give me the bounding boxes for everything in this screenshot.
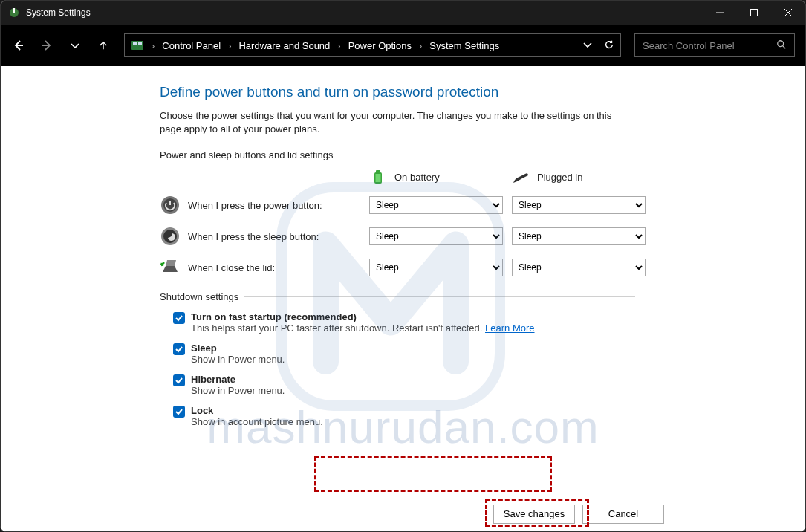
chevron-right-icon: › — [419, 40, 422, 51]
checkbox-sub: Show in Power menu. — [191, 354, 285, 365]
minimize-button[interactable] — [703, 1, 737, 25]
breadcrumb-item[interactable]: System Settings — [429, 40, 499, 51]
row-label-text: When I close the lid: — [188, 262, 275, 273]
checkbox-checked-icon — [173, 312, 185, 324]
sleep-button-battery-select[interactable]: Sleep — [369, 227, 503, 245]
sleep-button-icon — [160, 226, 181, 247]
fast-startup-checkbox[interactable]: Turn on fast startup (recommended) This … — [170, 310, 635, 335]
refresh-icon[interactable] — [604, 39, 614, 52]
annotation-highlight — [314, 456, 552, 492]
laptop-lid-icon — [160, 257, 181, 278]
svg-rect-16 — [376, 174, 381, 182]
svg-rect-10 — [138, 42, 142, 45]
up-button[interactable] — [96, 38, 111, 53]
address-bar[interactable]: › Control Panel › Hardware and Sound › P… — [124, 33, 621, 57]
footer: Save changes Cancel — [1, 496, 805, 531]
hibernate-checkbox[interactable]: Hibernate Show in Power menu. — [170, 372, 635, 398]
titlebar: System Settings — [1, 1, 805, 25]
navbar: › Control Panel › Hardware and Sound › P… — [1, 25, 805, 66]
save-button[interactable]: Save changes — [493, 505, 575, 524]
power-button-battery-select[interactable]: Sleep — [369, 196, 503, 214]
column-label: On battery — [394, 172, 440, 183]
chevron-right-icon: › — [337, 40, 340, 51]
lid-battery-select[interactable]: Sleep — [369, 259, 503, 276]
checkbox-checked-icon — [173, 343, 185, 355]
checkbox-sub: This helps start your PC faster after sh… — [191, 322, 485, 334]
breadcrumb-item[interactable]: Hardware and Sound — [238, 40, 330, 51]
row-label-text: When I press the sleep button: — [188, 231, 319, 242]
window: System Settings › Control Panel › Hardwa… — [0, 0, 806, 532]
checkbox-label: Turn on fast startup (recommended) — [191, 311, 535, 322]
recent-button[interactable] — [68, 38, 82, 53]
row-label-text: When I press the power button: — [188, 200, 322, 211]
group-power-sleep: Power and sleep buttons and lid settings — [160, 149, 635, 160]
checkbox-sub: Show in account picture menu. — [191, 416, 323, 427]
breadcrumb-item[interactable]: Control Panel — [162, 40, 221, 51]
cancel-button[interactable]: Cancel — [582, 505, 664, 524]
svg-point-11 — [778, 40, 784, 46]
control-panel-icon — [131, 39, 144, 52]
search-icon — [776, 39, 787, 52]
lid-plugged-select[interactable]: Sleep — [512, 259, 646, 276]
checkbox-label: Lock — [191, 405, 323, 416]
content-area: mashnurudan.com Define power buttons and… — [1, 66, 805, 496]
lock-checkbox[interactable]: Lock Show in account picture menu. — [170, 403, 635, 429]
sleep-button-plugged-select[interactable]: Sleep — [512, 227, 646, 245]
search-input[interactable]: Search Control Panel — [634, 33, 795, 57]
maximize-button[interactable] — [737, 1, 771, 25]
app-icon — [8, 7, 20, 19]
power-button-plugged-select[interactable]: Sleep — [512, 196, 646, 214]
close-button[interactable] — [771, 1, 805, 25]
battery-icon — [369, 168, 387, 186]
checkbox-label: Hibernate — [191, 374, 285, 385]
column-label: Plugged in — [537, 172, 582, 183]
group-label-text: Shutdown settings — [160, 291, 238, 302]
chevron-right-icon: › — [228, 40, 231, 51]
forward-button[interactable] — [39, 38, 54, 53]
sleep-checkbox[interactable]: Sleep Show in Power menu. — [170, 341, 635, 366]
column-plugged-in: Plugged in — [512, 168, 646, 186]
page-title: Define power buttons and turn on passwor… — [160, 84, 635, 100]
svg-rect-1 — [13, 8, 15, 13]
svg-rect-3 — [751, 10, 758, 16]
sleep-button-row: When I press the sleep button: Sleep Sle… — [160, 226, 635, 247]
group-shutdown: Shutdown settings — [160, 291, 635, 302]
search-placeholder: Search Control Panel — [643, 40, 735, 51]
svg-rect-9 — [133, 42, 137, 45]
chevron-down-icon[interactable] — [583, 40, 592, 51]
back-button[interactable] — [11, 38, 26, 53]
group-label-text: Power and sleep buttons and lid settings — [160, 149, 333, 160]
page-description: Choose the power settings that you want … — [160, 109, 635, 136]
power-button-row: When I press the power button: Sleep Sle… — [160, 195, 635, 215]
column-on-battery: On battery — [369, 168, 503, 186]
svg-rect-8 — [131, 41, 143, 50]
checkbox-sub: Show in Power menu. — [191, 385, 285, 396]
svg-line-12 — [783, 45, 786, 48]
checkbox-checked-icon — [173, 374, 185, 386]
plug-icon — [512, 168, 530, 186]
checkbox-label: Sleep — [191, 343, 285, 354]
window-title: System Settings — [26, 7, 91, 18]
learn-more-link[interactable]: Learn More — [485, 322, 534, 334]
breadcrumb-item[interactable]: Power Options — [348, 40, 412, 51]
checkbox-checked-icon — [173, 406, 185, 418]
power-button-icon — [160, 195, 181, 215]
svg-rect-15 — [376, 170, 380, 172]
lid-row: When I close the lid: Sleep Sleep — [160, 257, 635, 278]
chevron-right-icon: › — [152, 40, 155, 51]
